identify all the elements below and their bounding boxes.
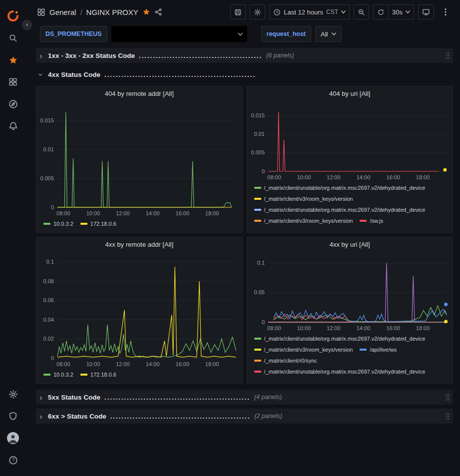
legend-item[interactable]: /sw.js — [360, 218, 383, 224]
dashboard-row-5xx[interactable]: › 5xx Status Code ......................… — [36, 390, 453, 405]
row-panel-count: (2 panels) — [254, 413, 282, 420]
drag-handle-icon[interactable] — [446, 52, 450, 59]
refresh-button[interactable] — [373, 4, 389, 19]
avatar — [7, 432, 19, 444]
legend-item[interactable]: 172.18.0.6 — [80, 221, 116, 227]
sidebar-item-alerting[interactable] — [3, 115, 23, 137]
legend-row: /_matrix/client/unstable/org.matrix.msc2… — [254, 204, 449, 215]
dashboard-row-4xx[interactable]: › 4xx Status Code ......................… — [36, 67, 453, 82]
sidebar-item-server-admin[interactable] — [3, 405, 23, 427]
apps-grid-icon — [37, 8, 45, 16]
more-options-button[interactable] — [438, 4, 453, 19]
zoom-out-icon — [358, 8, 365, 16]
breadcrumb-folder[interactable]: General — [49, 8, 76, 16]
sidebar-item-configuration[interactable] — [3, 383, 23, 405]
legend-item[interactable]: /_matrix/client/unstable/org.matrix.msc2… — [254, 369, 426, 375]
legend-swatch — [254, 187, 261, 189]
sidebar-expand-button[interactable]: › — [22, 20, 32, 30]
top-navigation: General / NGINX PROXY — [26, 0, 460, 24]
svg-text:08:00: 08:00 — [56, 210, 70, 216]
legend-swatch — [254, 220, 261, 222]
legend-row: /_matrix/client/unstable/org.matrix.msc2… — [254, 182, 449, 193]
legend-item[interactable]: 172.18.0.6 — [80, 372, 116, 378]
legend-item[interactable]: /_matrix/client/unstable/org.matrix.msc2… — [254, 207, 426, 213]
dashboard-row-6xx[interactable]: › 6xx > Status Code ....................… — [36, 409, 453, 424]
svg-text:0: 0 — [51, 355, 54, 361]
sidebar-item-profile[interactable] — [3, 427, 23, 449]
dashboard-settings-button[interactable] — [250, 4, 265, 19]
legend-item[interactable]: /_matrix/client/v3/room_keys/version — [254, 218, 353, 224]
row-title: 6xx > Status Code — [48, 413, 106, 420]
dashboard-title[interactable]: NGINX PROXY — [86, 8, 138, 16]
svg-text:12:00: 12:00 — [327, 325, 341, 331]
svg-text:12:00: 12:00 — [327, 174, 341, 180]
panel-404-by-uri: 404 by uri [All] 0.0150.010.005008:0010:… — [247, 86, 454, 233]
chart-svg: 0.10.05008:0010:0012:0014:0016:0018:00 — [247, 251, 453, 333]
svg-text:10:00: 10:00 — [86, 210, 100, 216]
sidebar-item-search[interactable] — [3, 27, 23, 49]
legend-swatch — [43, 374, 50, 376]
panel-title[interactable]: 4xx by remote addr [All] — [36, 237, 242, 251]
sidebar-item-help[interactable]: ? — [3, 449, 23, 471]
legend-item[interactable]: /_matrix/client/unstable/org.matrix.msc2… — [254, 185, 426, 191]
request-host-variable-select[interactable]: All — [315, 26, 342, 42]
sidebar-item-explore[interactable] — [3, 93, 23, 115]
grafana-logo-icon — [6, 9, 19, 22]
panel-legend: 10.0.3.2172.18.0.6 — [36, 369, 242, 382]
legend-item[interactable]: /_matrix/client/v3/room_keys/version — [254, 347, 353, 353]
legend-item[interactable]: /_matrix/client/unstable/org.matrix.msc2… — [254, 336, 426, 342]
legend-item[interactable]: 10.0.3.2 — [43, 221, 73, 227]
legend-item[interactable]: 10.0.3.2 — [43, 372, 73, 378]
row-title: 5xx Status Code — [48, 394, 100, 401]
toolbar: Last 12 hours CST — [230, 4, 453, 19]
row-title: 1xx - 3xx - 2xx Status Code — [48, 52, 135, 59]
clock-icon — [273, 8, 281, 16]
chart-canvas[interactable]: 0.10.05008:0010:0012:0014:0016:0018:00 — [247, 251, 453, 333]
panel-legend: 10.0.3.2172.18.0.6 — [36, 218, 242, 231]
gear-icon — [8, 390, 18, 399]
legend-swatch — [254, 349, 261, 351]
tv-mode-button[interactable] — [418, 4, 434, 19]
svg-text:18:00: 18:00 — [205, 210, 219, 216]
panel-title[interactable]: 4xx by uri [All] — [247, 237, 453, 251]
zoom-out-time-button[interactable] — [354, 4, 369, 19]
svg-text:08:00: 08:00 — [267, 174, 281, 180]
legend-row: /_matrix/client/v3/room_keys/version/sw.… — [254, 215, 449, 226]
svg-text:14:00: 14:00 — [146, 210, 160, 216]
dashboard-row-1xx-3xx-2xx[interactable]: › 1xx - 3xx - 2xx Status Code ..........… — [36, 48, 453, 63]
share-icon[interactable] — [154, 8, 162, 16]
request-host-variable-label[interactable]: request_host — [261, 26, 312, 42]
panel-legend: /_matrix/client/unstable/org.matrix.msc2… — [247, 333, 453, 379]
sidebar-item-starred[interactable] — [3, 49, 23, 71]
drag-handle-icon[interactable] — [446, 394, 450, 401]
row-panel-count: (4 panels) — [254, 394, 282, 401]
shield-icon — [8, 412, 17, 421]
panel-title[interactable]: 404 by remote addr [All] — [36, 86, 242, 100]
datasource-variable-label[interactable]: DS_PROMETHEUS — [40, 26, 107, 42]
chart-canvas[interactable]: 0.0150.010.005008:0010:0012:0014:0016:00… — [36, 100, 242, 218]
chevron-down-icon — [406, 10, 410, 13]
chart-canvas[interactable]: 0.10.080.060.040.02008:0010:0012:0014:00… — [36, 251, 242, 369]
svg-text:12:00: 12:00 — [116, 361, 130, 367]
chart-canvas[interactable]: 0.0150.010.005008:0010:0012:0014:0016:00… — [247, 100, 453, 182]
legend-item[interactable]: /api/live/ws — [360, 347, 397, 353]
dashboards-grid-icon — [8, 77, 17, 86]
datasource-variable-select[interactable] — [111, 26, 247, 42]
refresh-interval-select[interactable]: 30s — [389, 4, 414, 19]
sidebar-item-dashboards[interactable] — [3, 71, 23, 93]
legend-swatch — [254, 209, 261, 211]
chevron-down-icon — [238, 32, 243, 36]
svg-text:0.05: 0.05 — [254, 289, 264, 295]
panel-title[interactable]: 404 by uri [All] — [247, 86, 453, 100]
svg-text:0.1: 0.1 — [257, 260, 264, 266]
chevron-right-icon: › — [38, 51, 44, 60]
legend-item[interactable]: /_matrix/client/v3/room_keys/version — [254, 196, 353, 202]
legend-item[interactable]: /_matrix/client/r0/sync — [254, 358, 317, 364]
time-range-picker[interactable]: Last 12 hours CST — [269, 4, 350, 19]
favorite-star-icon[interactable] — [142, 8, 150, 16]
drag-handle-icon[interactable] — [446, 413, 450, 420]
grafana-logo[interactable] — [3, 5, 23, 27]
save-dashboard-button[interactable] — [230, 4, 246, 19]
breadcrumb-separator: / — [80, 8, 82, 16]
panel-legend: /_matrix/client/unstable/org.matrix.msc2… — [247, 182, 453, 228]
